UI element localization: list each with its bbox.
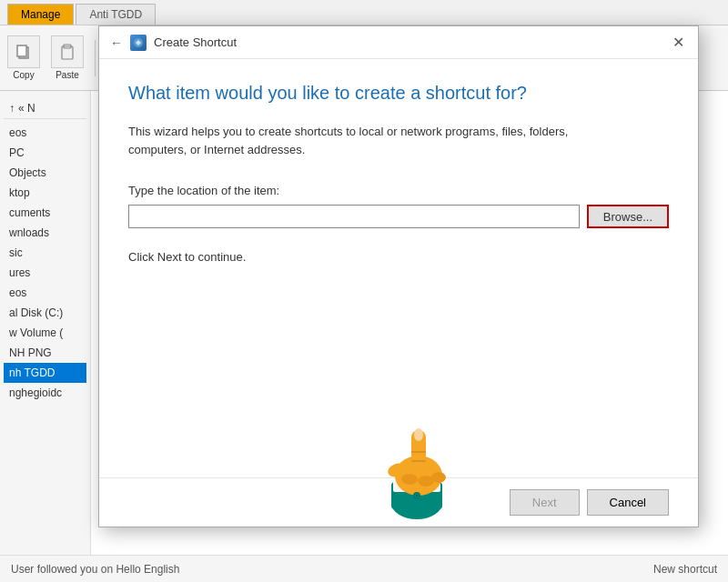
explorer-sidebar: ↑ « N eos PC Objects ktop cuments wnload… (0, 91, 91, 582)
browse-button[interactable]: Browse... (587, 205, 669, 228)
status-right: New shortcut (653, 563, 717, 576)
sidebar-item-pc[interactable]: PC (4, 143, 86, 163)
field-label: Type the location of the item: (128, 184, 669, 197)
tab-antitgdd[interactable]: Anti TGDD (76, 4, 156, 25)
dialog-title-text: Create Shortcut (154, 35, 237, 49)
sidebar-item-videos[interactable]: eos (4, 283, 86, 303)
up-label: « N (18, 102, 35, 115)
next-button[interactable]: Next (510, 489, 580, 516)
location-input[interactable] (128, 205, 580, 228)
field-row: Browse... (128, 205, 669, 228)
paste-icon (51, 35, 84, 68)
sidebar-item-music[interactable]: sic (4, 243, 86, 263)
dialog-description: This wizard helps you to create shortcut… (128, 123, 602, 158)
sidebar-item-nhpng[interactable]: NH PNG (4, 343, 86, 363)
status-bar: User followed you on Hello English New s… (0, 555, 728, 582)
dialog-titlebar: ← Create Shortcut ✕ (99, 26, 698, 59)
sidebar-item-desktop[interactable]: ktop (4, 183, 86, 203)
sidebar-item-nhtgdd[interactable]: nh TGDD (4, 363, 86, 383)
create-shortcut-dialog: ← Create Shortcut ✕ What item would you … (98, 25, 699, 527)
dialog-title-left: ← Create Shortcut (110, 35, 237, 51)
copy-label: Copy (13, 70, 34, 80)
sidebar-item-volume[interactable]: w Volume ( (4, 323, 86, 343)
up-arrow-icon: ↑ (9, 102, 15, 115)
dialog-close-button[interactable]: ✕ (669, 34, 687, 52)
cancel-button[interactable]: Cancel (587, 489, 669, 516)
sidebar-item-downloads[interactable]: wnloads (4, 223, 86, 243)
tab-manage[interactable]: Manage (7, 4, 74, 25)
wizard-icon (130, 35, 147, 51)
sidebar-item-nghegioidc[interactable]: nghegioidc (4, 383, 86, 403)
sidebar-item-documents[interactable]: cuments (4, 203, 86, 223)
dialog-back-arrow[interactable]: ← (110, 35, 123, 50)
sidebar-up[interactable]: ↑ « N (4, 98, 86, 119)
paste-label: Paste (56, 70, 79, 80)
dialog-hint: Click Next to continue. (128, 250, 669, 264)
sidebar-item-pictures[interactable]: ures (4, 263, 86, 283)
dialog-content: What item would you like to create a sho… (99, 59, 698, 477)
svg-rect-1 (17, 45, 26, 56)
dialog-footer: Next Cancel (99, 477, 698, 527)
sidebar-item-eos[interactable]: eos (4, 123, 86, 143)
copy-icon (7, 35, 40, 68)
sidebar-item-disk-c[interactable]: al Disk (C:) (4, 303, 86, 323)
status-left: User followed you on Hello English (11, 563, 179, 576)
dialog-heading: What item would you like to create a sho… (128, 81, 669, 105)
sidebar-item-objects[interactable]: Objects (4, 163, 86, 183)
